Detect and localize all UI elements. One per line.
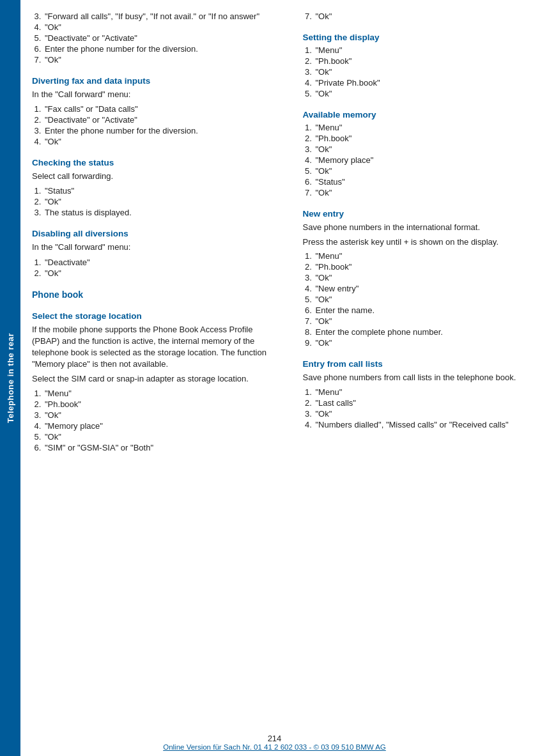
forward-continued-list: "Forward all calls", "If busy", "If not … [43, 12, 267, 65]
list-item: "Ok" [314, 295, 538, 304]
new-entry-para1: Save phone numbers in the international … [303, 222, 538, 233]
list-item: "SIM" or "GSM-SIA" or "Both" [43, 443, 267, 452]
list-item: The status is displayed. [43, 208, 267, 217]
section-available-memory: Available memory "Menu" "Ph.book" "Ok" "… [303, 110, 538, 197]
list-item: "Status" [314, 177, 538, 187]
list-item: "Ok" [314, 89, 538, 98]
list-item: Enter the complete phone number. [314, 327, 538, 337]
right-column: "Ok" Setting the display "Menu" "Ph.book… [285, 12, 538, 744]
checking-status-list: "Status" "Ok" The status is displayed. [43, 186, 267, 217]
new-entry-list: "Menu" "Ph.book" "Ok" "New entry" "Ok" E… [314, 251, 538, 348]
section-new-entry: New entry Save phone numbers in the inte… [303, 209, 538, 348]
list-item: "Ok" [314, 166, 538, 176]
list-item: "Fax calls" or "Data calls" [43, 104, 267, 114]
available-memory-title: Available memory [303, 110, 538, 120]
list-item: "Ph.book" [43, 399, 267, 409]
phone-book-title: Phone book [32, 289, 267, 300]
list-item: "Ok" [43, 432, 267, 442]
list-item: "Menu" [43, 389, 267, 398]
list-item: "Last calls" [314, 398, 538, 408]
select-storage-title: Select the storage location [32, 311, 267, 321]
section-diverting-fax-title: Diverting fax and data inputs [32, 76, 267, 86]
page-number: 214 [268, 734, 282, 743]
list-item: "Ok" [314, 144, 538, 154]
list-item: "Ok" [314, 273, 538, 282]
list-item: "Deactivate" or "Activate" [43, 33, 267, 43]
setting-display-list: "Menu" "Ph.book" "Ok" "Private Ph.book" … [314, 45, 538, 98]
section-ok-7: "Ok" [303, 12, 538, 21]
list-item: "Menu" [314, 387, 538, 397]
list-item: "Ok" [43, 268, 267, 278]
section-entry-call-lists: Entry from call lists Save phone numbers… [303, 359, 538, 429]
main-content: "Forward all calls", "If busy", "If not … [20, 0, 549, 756]
select-storage-para1: If the mobile phone supports the Phone B… [32, 324, 267, 371]
checking-status-title: Checking the status [32, 158, 267, 167]
new-entry-para2: Press the asterisk key until + is shown … [303, 236, 538, 248]
list-item: "Ok" [314, 67, 538, 77]
list-item: "Deactivate" [43, 258, 267, 267]
section-diverting-fax: Diverting fax and data inputs In the "Ca… [32, 76, 267, 146]
section-phone-book-heading: Phone book [32, 289, 267, 300]
list-item: "Menu" [314, 123, 538, 132]
select-storage-list: "Menu" "Ph.book" "Ok" "Memory place" "Ok… [43, 389, 267, 452]
list-item: "Ok" [43, 55, 267, 65]
list-item: "Menu" [314, 45, 538, 55]
list-item: "Ok" [43, 410, 267, 420]
list-item: "Ph.book" [314, 56, 538, 66]
disabling-diversions-title: Disabling all diversions [32, 229, 267, 238]
list-item: "Status" [43, 186, 267, 196]
disabling-diversions-subtitle: In the "Call forward" menu: [32, 242, 267, 253]
section-diverting-fax-subtitle: In the "Call forward" menu: [32, 89, 267, 100]
select-storage-para2: Select the SIM card or snap-in adapter a… [32, 373, 267, 385]
list-item: Enter the phone number for the diversion… [43, 126, 267, 135]
ok7-list: "Ok" [314, 12, 538, 21]
list-item: "Ph.book" [314, 262, 538, 272]
list-item: "Ok" [314, 338, 538, 348]
list-item: "Forward all calls", "If busy", "If not … [43, 12, 267, 21]
list-item: "Memory place" [43, 421, 267, 431]
disabling-diversions-list: "Deactivate" "Ok" [43, 258, 267, 278]
list-item: "Ok" [43, 137, 267, 146]
list-item: "Ok" [314, 316, 538, 326]
available-memory-list: "Menu" "Ph.book" "Ok" "Memory place" "Ok… [314, 123, 538, 197]
list-item: "New entry" [314, 284, 538, 293]
list-item: "Ok" [314, 188, 538, 197]
list-item: "Memory place" [314, 155, 538, 165]
section-disabling-diversions: Disabling all diversions In the "Call fo… [32, 229, 267, 277]
left-column: "Forward all calls", "If busy", "If not … [32, 12, 285, 744]
sidebar: Telephone in the rear [0, 0, 20, 756]
list-item: Enter the name. [314, 305, 538, 315]
list-item: "Deactivate" or "Activate" [43, 115, 267, 125]
checking-status-subtitle: Select call forwarding. [32, 171, 267, 182]
section-setting-display: Setting the display "Menu" "Ph.book" "Ok… [303, 33, 538, 98]
list-item: "Ok" [314, 12, 538, 21]
diverting-fax-list: "Fax calls" or "Data calls" "Deactivate"… [43, 104, 267, 146]
list-item: "Ok" [43, 22, 267, 32]
section-select-storage: Select the storage location If the mobil… [32, 311, 267, 452]
list-item: Enter the phone number for the diversion… [43, 44, 267, 54]
sidebar-label: Telephone in the rear [6, 333, 15, 423]
footer: 214 Online Version für Sach Nr. 01 41 2 … [0, 727, 549, 756]
list-item: "Menu" [314, 251, 538, 261]
list-item: "Numbers dialled", "Missed calls" or "Re… [314, 420, 538, 429]
footer-copyright: Online Version für Sach Nr. 01 41 2 602 … [163, 743, 386, 751]
list-item: "Ok" [43, 197, 267, 206]
entry-call-lists-title: Entry from call lists [303, 359, 538, 369]
entry-call-lists-list: "Menu" "Last calls" "Ok" "Numbers dialle… [314, 387, 538, 429]
section-checking-status: Checking the status Select call forwardi… [32, 158, 267, 217]
entry-call-lists-para: Save phone numbers from call lists in th… [303, 372, 538, 383]
new-entry-title: New entry [303, 209, 538, 219]
section-forward-continued: "Forward all calls", "If busy", "If not … [32, 12, 267, 65]
list-item: "Ok" [314, 409, 538, 419]
list-item: "Ph.book" [314, 134, 538, 143]
list-item: "Private Ph.book" [314, 78, 538, 88]
setting-display-title: Setting the display [303, 33, 538, 42]
